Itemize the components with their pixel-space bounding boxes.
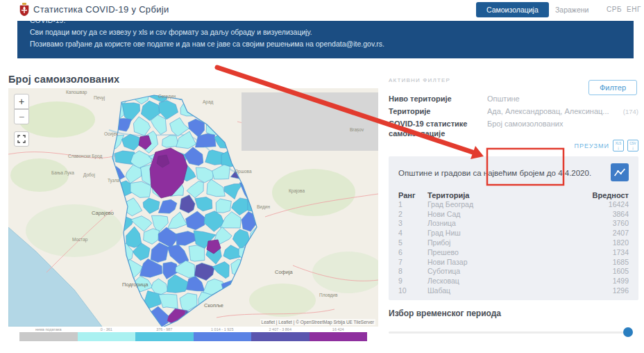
map-color-legend: нема података0 - 361376 - 9871 014 - 1 9… — [8, 327, 378, 342]
legend-segment: 16 424 — [310, 327, 368, 342]
app-header: Статистика COVID-19 у Србији Самоизолаци… — [0, 0, 644, 19]
legend-segment: 2 407 - 3 864 — [251, 327, 310, 342]
ranking-card: Општине и градови са највећим бројем до … — [389, 156, 638, 300]
city-label: Крајова — [289, 188, 305, 194]
time-period-slider[interactable] — [389, 327, 633, 337]
value-cell: 1685 — [587, 258, 629, 266]
filter-row-territory-level: Ниво територије Општине — [389, 95, 638, 104]
territory-cell: Прибој — [427, 238, 587, 247]
map-fullscreen-button[interactable] — [14, 131, 29, 147]
territory-cell: Град Ниш — [427, 229, 587, 237]
city-label: Пловдив — [319, 293, 338, 298]
filter-value: Ада, Александровац, Алексинац... — [487, 107, 623, 116]
legend-segment: нема података — [19, 327, 78, 342]
serbia-coat-of-arms-logo — [19, 3, 29, 19]
table-row: 7Нови Пазар1685 — [398, 257, 629, 267]
tab-zarazeni[interactable]: Заражени — [555, 6, 588, 14]
city-label: Сарајево — [92, 210, 114, 216]
value-cell: 1820 — [587, 238, 629, 247]
table-header: Ранг Територија Вредност — [398, 191, 629, 199]
download-csv-button[interactable]: CSV ↓ — [627, 140, 638, 151]
download-xls-button[interactable]: XLS ↓ — [613, 140, 624, 151]
filter-value: Општине — [487, 95, 638, 104]
territory-cell: Лесковац — [427, 277, 587, 285]
rank-cell: 4 — [398, 229, 427, 237]
rank-cell: 2 — [398, 210, 427, 218]
map-attribution[interactable]: Leaflet | Leaflet | © OpenStreetMap Srbi… — [260, 319, 375, 325]
rank-cell: 6 — [398, 248, 427, 256]
legend-color-swatch — [135, 332, 194, 341]
table-row: 3Лозница3760 — [398, 219, 629, 229]
ranking-card-title: Општине и градови са највећим бројем до … — [398, 163, 591, 177]
choropleth-map[interactable]: КапошварПечујСегединАрадBrașovОсијекСлав… — [8, 88, 378, 327]
territory-cell: Нови Сад — [427, 210, 587, 218]
legend-label: 2 407 - 3 864 — [251, 327, 310, 332]
lang-eng[interactable]: ЕНГ — [627, 6, 641, 13]
city-label: Печуј — [94, 95, 105, 101]
map-zoom-in-button[interactable]: + — [14, 94, 29, 109]
city-label: Тузла — [108, 178, 120, 183]
city-label: Бања Лука — [51, 170, 74, 176]
tab-samoizolacija[interactable]: Самоизолација — [476, 2, 549, 17]
legend-segment: 1 014 - 1 925 — [194, 327, 252, 342]
table-row: 10Шабац1296 — [398, 286, 629, 295]
value-cell: 1296 — [587, 286, 629, 295]
value-cell: 3760 — [587, 219, 629, 227]
city-label: Brașov — [350, 127, 364, 133]
value-cell: 2407 — [587, 229, 629, 237]
city-label: Оршова — [235, 169, 252, 174]
filter-label-line2: самоизолације — [389, 129, 638, 138]
legend-color-swatch — [194, 332, 252, 341]
map-zoom-out-button[interactable]: − — [14, 109, 29, 124]
legend-label: 376 - 987 — [135, 327, 194, 332]
lang-srb[interactable]: СРБ — [607, 6, 622, 13]
territory-cell: Лозница — [427, 219, 587, 227]
city-label: Видин — [257, 204, 270, 210]
col-value: Вредност — [587, 191, 629, 199]
value-cell: 16424 — [587, 200, 629, 208]
slider-handle[interactable] — [623, 327, 633, 337]
download-arrow-icon: ↓ — [632, 145, 634, 150]
legend-label: 1 014 - 1 925 — [194, 327, 252, 332]
city-label: Осијек — [104, 131, 118, 137]
city-label: Сегедин — [158, 94, 176, 99]
city-label: Подгорица — [122, 281, 149, 288]
banner-line-clipped: COVID-19. — [30, 21, 621, 26]
info-banner: COVID-19. Сви подаци могу да се извезу у… — [17, 21, 634, 58]
city-label: Капошвар — [66, 90, 87, 95]
city-label: Софија — [275, 269, 294, 275]
fullscreen-icon — [17, 135, 26, 143]
rank-cell: 7 — [398, 258, 427, 266]
legend-color-swatch — [78, 332, 136, 341]
legend-segment: 0 - 361 — [78, 327, 136, 342]
page-title: Статистика COVID-19 у Србији — [33, 4, 169, 15]
col-rank: Ранг — [398, 191, 427, 199]
value-cell: 3864 — [587, 210, 629, 218]
line-chart-icon[interactable] — [611, 163, 629, 181]
banner-line-2: Позивамо грађане да користе ове податке … — [30, 38, 621, 50]
filter-label: Ниво територије — [389, 95, 487, 104]
filter-button[interactable]: Филтер — [588, 80, 637, 95]
legend-color-swatch — [310, 332, 368, 341]
slider-track[interactable] — [389, 331, 633, 334]
rank-cell: 5 — [398, 238, 427, 247]
col-territory: Територија — [427, 191, 587, 199]
table-row: 1Град Београд16424 — [398, 199, 629, 209]
rank-cell: 1 — [398, 200, 427, 208]
unloaded-tile — [242, 92, 378, 151]
value-cell: 1605 — [587, 267, 629, 275]
map-card: КапошварПечујСегединАрадBrașovОсијекСлав… — [8, 88, 378, 342]
rank-cell: 3 — [398, 219, 427, 227]
table-row: 2Нови Сад3864 — [398, 209, 629, 219]
legend-label: нема података — [19, 327, 78, 332]
table-body: 1Град Београд164242Нови Сад38643Лозница3… — [398, 199, 629, 295]
download-arrow-icon: ↓ — [617, 145, 620, 150]
city-label: Славонски Брод — [68, 154, 103, 159]
city-label: Мостар — [72, 237, 88, 243]
city-label: Арад — [203, 99, 214, 105]
rank-cell: 10 — [398, 286, 427, 295]
territory-cell: Шабац — [427, 286, 587, 295]
download-label[interactable]: ПРЕУЗМИ — [575, 142, 609, 149]
table-row: 4Град Ниш2407 — [398, 228, 629, 238]
city-label: Скопље — [204, 302, 223, 309]
